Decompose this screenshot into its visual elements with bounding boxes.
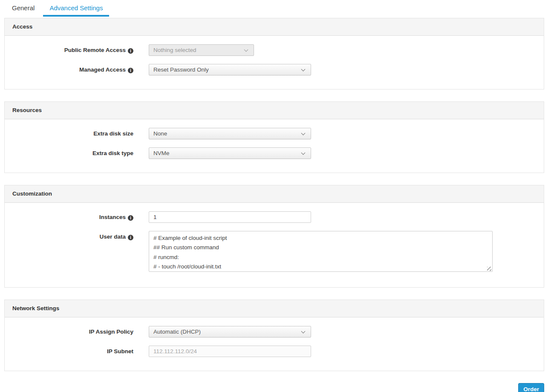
public-remote-access-control: Nothing selected <box>149 44 254 56</box>
instances-label-text: Instances <box>99 214 126 220</box>
user-data-control: # Example of cloud-init script ## Run cu… <box>149 231 493 274</box>
info-icon-glyph: i <box>130 235 131 240</box>
extra-disk-size-select[interactable]: None <box>149 128 311 139</box>
public-remote-access-select[interactable]: Nothing selected <box>149 44 254 56</box>
extra-disk-type-label: Extra disk type <box>5 147 133 159</box>
instances-row: Instancesi <box>5 211 544 223</box>
extra-disk-type-select[interactable]: NVMe <box>149 147 311 159</box>
ip-assign-policy-row: IP Assign Policy Automatic (DHCP) <box>5 326 544 337</box>
access-section-body: Public Remote Accessi Nothing selected M… <box>5 36 544 89</box>
form-footer: Order <box>0 383 544 392</box>
network-settings-section-title: Network Settings <box>5 300 544 317</box>
info-icon-glyph: i <box>130 68 131 73</box>
network-settings-section: Network Settings IP Assign Policy Automa… <box>4 300 544 371</box>
customization-section-title: Customization <box>5 185 544 203</box>
extra-disk-type-control: NVMe <box>149 147 311 159</box>
extra-disk-size-label: Extra disk size <box>5 128 133 139</box>
info-icon-glyph: i <box>130 48 131 54</box>
instances-input[interactable] <box>149 211 311 223</box>
instances-control <box>149 211 311 223</box>
ip-assign-policy-select[interactable]: Automatic (DHCP) <box>149 326 311 337</box>
ip-subnet-row: IP Subnet <box>5 346 544 357</box>
ip-assign-policy-label: IP Assign Policy <box>5 326 133 337</box>
managed-access-row: Managed Accessi Reset Password Only <box>5 64 544 75</box>
chevron-down-icon <box>301 67 306 72</box>
extra-disk-size-control: None <box>149 128 311 139</box>
info-icon[interactable]: i <box>128 235 133 240</box>
resources-section: Resources Extra disk size None Extra dis… <box>4 101 544 173</box>
extra-disk-type-row: Extra disk type NVMe <box>5 147 544 159</box>
ip-assign-policy-value: Automatic (DHCP) <box>153 329 201 335</box>
customization-section: Customization Instancesi User datai # Ex… <box>4 185 544 288</box>
ip-subnet-control <box>149 346 311 357</box>
extra-disk-size-value: None <box>153 130 167 137</box>
instances-label: Instancesi <box>5 211 133 223</box>
ip-subnet-label: IP Subnet <box>5 346 133 357</box>
chevron-down-icon <box>244 48 248 52</box>
user-data-textarea[interactable]: # Example of cloud-init script ## Run cu… <box>149 231 493 272</box>
access-section-title: Access <box>5 18 544 36</box>
tab-advanced-settings[interactable]: Advanced Settings <box>43 2 109 17</box>
info-icon[interactable]: i <box>128 215 133 221</box>
info-icon-glyph: i <box>130 215 131 221</box>
managed-access-label-text: Managed Access <box>79 66 126 73</box>
network-settings-section-body: IP Assign Policy Automatic (DHCP) IP Sub… <box>5 317 544 371</box>
resources-section-body: Extra disk size None Extra disk type NVM… <box>5 119 544 173</box>
managed-access-control: Reset Password Only <box>149 64 311 75</box>
public-remote-access-row: Public Remote Accessi Nothing selected <box>5 44 544 56</box>
public-remote-access-label: Public Remote Accessi <box>5 44 133 56</box>
chevron-down-icon <box>301 329 306 334</box>
info-icon[interactable]: i <box>128 68 133 73</box>
chevron-down-icon <box>301 151 306 155</box>
public-remote-access-value: Nothing selected <box>153 47 196 53</box>
extra-disk-type-value: NVMe <box>153 150 170 156</box>
resources-section-title: Resources <box>5 102 544 119</box>
user-data-row: User datai # Example of cloud-init scrip… <box>5 231 544 274</box>
user-data-label: User datai <box>5 231 133 242</box>
managed-access-value: Reset Password Only <box>153 66 209 73</box>
order-button[interactable]: Order <box>518 383 544 392</box>
order-form-page: General Advanced Settings Access Public … <box>0 0 551 392</box>
ip-assign-policy-control: Automatic (DHCP) <box>149 326 311 337</box>
managed-access-select[interactable]: Reset Password Only <box>149 64 311 75</box>
tab-general[interactable]: General <box>3 2 43 17</box>
managed-access-label: Managed Accessi <box>5 64 133 75</box>
ip-subnet-input <box>149 346 311 357</box>
extra-disk-size-row: Extra disk size None <box>5 128 544 139</box>
chevron-down-icon <box>301 131 306 135</box>
customization-section-body: Instancesi User datai # Example of cloud… <box>5 203 544 287</box>
info-icon[interactable]: i <box>128 48 133 54</box>
public-remote-access-label-text: Public Remote Access <box>64 47 126 53</box>
tab-bar: General Advanced Settings <box>0 0 551 17</box>
access-section: Access Public Remote Accessi Nothing sel… <box>4 18 544 89</box>
user-data-label-text: User data <box>99 233 126 240</box>
